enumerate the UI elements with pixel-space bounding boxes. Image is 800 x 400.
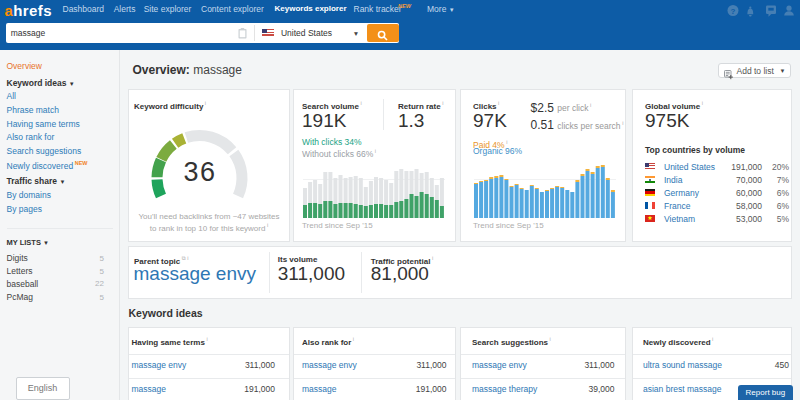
svg-text:?: ?: [731, 7, 736, 16]
